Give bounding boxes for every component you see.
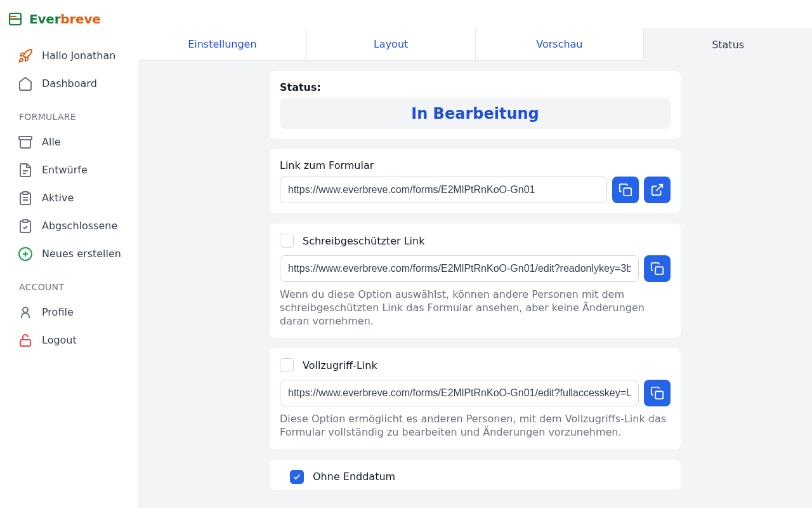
form-link-input[interactable] <box>280 177 607 203</box>
status-banner: In Bearbeitung <box>280 98 671 129</box>
svg-rect-9 <box>23 220 28 222</box>
main: Einstellungen Layout Vorschau Status Sta… <box>138 0 812 508</box>
sidebar-drafts[interactable]: Entwürfe <box>11 156 131 184</box>
tab-layout[interactable]: Layout <box>307 28 476 61</box>
active-label: Aktive <box>42 190 74 206</box>
svg-rect-17 <box>655 267 663 274</box>
profile-label: Profile <box>42 305 74 320</box>
section-formulare: FORMULARE <box>0 98 138 126</box>
sidebar: Everbreve Hallo Jonathan Dashboard FO <box>0 0 138 508</box>
readonly-label: Schreibgeschützter Link <box>303 235 424 247</box>
copy-readonly-link-button[interactable] <box>644 255 671 282</box>
readonly-checkbox[interactable] <box>280 234 294 248</box>
section-account: ACCOUNT <box>0 268 138 296</box>
sidebar-create[interactable]: Neues erstellen <box>11 240 131 268</box>
brand-name: Everbreve <box>29 11 101 27</box>
home-icon <box>18 76 33 91</box>
sidebar-completed[interactable]: Abgschlossene <box>11 212 131 240</box>
form-link-label: Link zum Formular <box>280 159 671 171</box>
form-link-card: Link zum Formular <box>270 149 681 213</box>
lock-open-icon <box>18 333 33 348</box>
sidebar-logout[interactable]: Logout <box>11 326 131 354</box>
greeting-label: Hallo Jonathan <box>42 48 115 64</box>
sidebar-profile[interactable]: Profile <box>11 298 131 326</box>
svg-rect-3 <box>19 137 32 140</box>
fullaccess-help: Diese Option ermöglicht es anderen Perso… <box>280 413 671 439</box>
copy-icon <box>650 386 664 400</box>
tabs: Einstellungen Layout Vorschau Status <box>138 28 812 61</box>
external-link-icon <box>650 183 664 197</box>
copy-icon <box>619 183 632 197</box>
svg-rect-15 <box>624 188 631 196</box>
user-icon <box>18 305 33 320</box>
svg-rect-14 <box>20 340 30 346</box>
create-label: Neues erstellen <box>42 246 121 262</box>
rocket-icon <box>18 48 33 64</box>
readonly-link-card: Schreibgeschützter Link Wenn du diese Op… <box>270 224 681 338</box>
copy-icon <box>650 262 664 276</box>
plus-circle-icon <box>18 246 33 262</box>
noend-checkbox[interactable] <box>290 470 304 484</box>
logout-label: Logout <box>42 333 77 348</box>
sidebar-active[interactable]: Aktive <box>11 184 131 212</box>
file-icon <box>18 163 33 178</box>
svg-line-16 <box>656 185 662 191</box>
status-label: Status: <box>280 81 671 93</box>
status-card: Status: In Bearbeitung <box>270 71 681 139</box>
drafts-label: Entwürfe <box>42 163 88 178</box>
dashboard-label: Dashboard <box>42 76 97 91</box>
sidebar-dashboard[interactable]: Dashboard <box>11 70 131 98</box>
fullaccess-link-input[interactable] <box>280 380 639 406</box>
fullaccess-link-card: Vollzugriff-Link Diese Option ermöglicht… <box>270 348 681 450</box>
clipboard-icon <box>18 190 33 206</box>
noend-label: Ohne Enddatum <box>313 471 395 483</box>
copy-fullaccess-link-button[interactable] <box>644 380 671 406</box>
clipboard-check-icon <box>18 218 33 234</box>
readonly-link-input[interactable] <box>280 255 639 282</box>
fullaccess-checkbox[interactable] <box>280 358 294 372</box>
tab-preview[interactable]: Vorschau <box>476 28 645 61</box>
brand-logo-icon <box>8 11 23 27</box>
sidebar-all[interactable]: Alle <box>11 128 131 156</box>
tab-status[interactable]: Status <box>644 28 812 61</box>
svg-point-13 <box>23 307 28 312</box>
all-label: Alle <box>42 135 61 150</box>
check-icon <box>292 472 301 481</box>
completed-label: Abgschlossene <box>42 218 117 234</box>
sidebar-greeting[interactable]: Hallo Jonathan <box>11 42 131 70</box>
copy-form-link-button[interactable] <box>612 177 639 203</box>
readonly-help: Wenn du diese Option auswählst, können a… <box>280 288 671 328</box>
noend-card: Ohne Enddatum <box>270 460 681 490</box>
tab-settings[interactable]: Einstellungen <box>138 28 307 61</box>
fullaccess-label: Vollzugriff-Link <box>303 359 377 371</box>
open-form-link-button[interactable] <box>644 177 671 203</box>
svg-rect-6 <box>23 192 28 194</box>
svg-rect-18 <box>655 392 663 399</box>
archive-icon <box>18 135 33 150</box>
logo[interactable]: Everbreve <box>0 6 138 33</box>
status-value: In Bearbeitung <box>286 105 664 123</box>
